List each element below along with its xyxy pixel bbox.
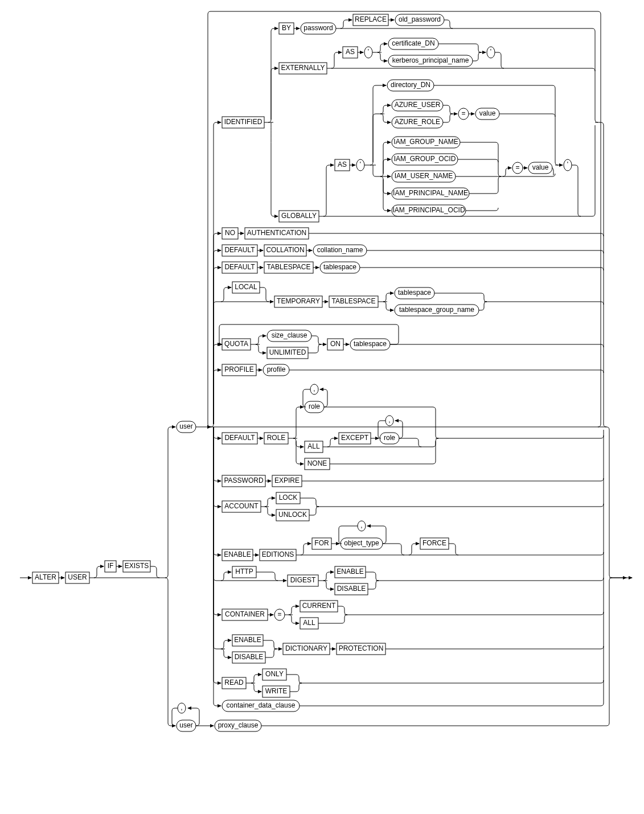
svg-text:ON: ON: [330, 340, 341, 348]
svg-text:IAM_GROUP_OCID: IAM_GROUP_OCID: [394, 155, 456, 163]
svg-text:TEMPORARY: TEMPORARY: [277, 297, 320, 305]
svg-text:READ: READ: [224, 679, 244, 686]
svg-text:tablespace: tablespace: [323, 263, 356, 271]
svg-text:EDITIONS: EDITIONS: [262, 550, 294, 558]
svg-text:IAM_USER_NAME: IAM_USER_NAME: [395, 172, 453, 180]
svg-text:FORCE: FORCE: [423, 539, 446, 547]
svg-text:WRITE: WRITE: [265, 687, 288, 695]
svg-text:container_data_clause: container_data_clause: [227, 701, 296, 709]
svg-text:EXISTS: EXISTS: [125, 562, 149, 570]
svg-text:,: ,: [388, 416, 390, 424]
svg-text:tablespace: tablespace: [354, 340, 387, 348]
svg-text:CURRENT: CURRENT: [302, 602, 336, 610]
svg-text:QUOTA: QUOTA: [224, 340, 248, 348]
svg-text:ENABLE: ENABLE: [224, 550, 251, 558]
svg-text:IAM_PRINCIPAL_NAME: IAM_PRINCIPAL_NAME: [393, 189, 468, 197]
svg-text:directory_DN: directory_DN: [391, 81, 430, 89]
svg-text:=: =: [515, 163, 519, 171]
svg-text:LOCAL: LOCAL: [235, 283, 257, 291]
svg-text:': ': [490, 48, 491, 56]
svg-text:DISABLE: DISABLE: [235, 653, 264, 661]
svg-text:IDENTIFIED: IDENTIFIED: [224, 118, 262, 126]
svg-text:user: user: [179, 422, 192, 430]
svg-text:PROTECTION: PROTECTION: [339, 644, 384, 652]
svg-text:role: role: [309, 402, 320, 410]
svg-text:AZURE_ROLE: AZURE_ROLE: [395, 118, 440, 126]
svg-text:': ': [368, 48, 369, 56]
svg-text:EXPIRE: EXPIRE: [274, 476, 300, 484]
svg-text:,: ,: [360, 521, 362, 529]
svg-text:size_clause: size_clause: [272, 331, 307, 339]
svg-text:EXCEPT: EXCEPT: [341, 434, 369, 442]
svg-text:ALTER: ALTER: [35, 573, 56, 581]
svg-text:tablespace: tablespace: [398, 289, 431, 297]
svg-text:NONE: NONE: [307, 459, 327, 467]
svg-text:TABLESPACE: TABLESPACE: [332, 297, 376, 305]
svg-text:IF: IF: [108, 562, 114, 570]
svg-text:tablespace_group_name: tablespace_group_name: [399, 306, 474, 314]
svg-text:CONTAINER: CONTAINER: [225, 610, 265, 618]
svg-text:LOCK: LOCK: [279, 494, 298, 501]
svg-text:REPLACE: REPLACE: [355, 15, 387, 23]
svg-text:IAM_GROUP_NAME: IAM_GROUP_NAME: [393, 138, 458, 146]
svg-text:IAM_PRINCIPAL_OCID: IAM_PRINCIPAL_OCID: [392, 206, 465, 214]
svg-text:GLOBALLY: GLOBALLY: [281, 212, 317, 220]
svg-text:old_password: old_password: [399, 15, 441, 23]
svg-text:ACCOUNT: ACCOUNT: [224, 502, 259, 510]
svg-text:password: password: [303, 24, 333, 32]
svg-text:ENABLE: ENABLE: [337, 568, 363, 575]
svg-text:ROLE: ROLE: [267, 434, 286, 442]
svg-text:=: =: [277, 610, 281, 618]
svg-text:DEFAULT: DEFAULT: [224, 246, 255, 254]
svg-text:value: value: [479, 109, 496, 117]
svg-text:NO: NO: [225, 229, 235, 237]
svg-text:': ': [567, 161, 568, 168]
svg-text:PROFILE: PROFILE: [224, 365, 253, 373]
svg-text:BY: BY: [282, 24, 291, 32]
svg-text:profile: profile: [267, 365, 286, 373]
svg-text:AS: AS: [338, 161, 347, 168]
svg-text:value: value: [532, 163, 549, 171]
svg-text:ENABLE: ENABLE: [234, 636, 261, 644]
svg-text:user: user: [179, 721, 192, 729]
svg-text:PASSWORD: PASSWORD: [224, 476, 263, 484]
svg-text:ALL: ALL: [303, 619, 315, 627]
svg-text:DIGEST: DIGEST: [290, 576, 316, 584]
svg-text:EXTERNALLY: EXTERNALLY: [281, 64, 325, 72]
svg-text:kerberos_principal_name: kerberos_principal_name: [392, 56, 469, 64]
svg-text:,: ,: [313, 385, 315, 393]
svg-text:FOR: FOR: [314, 539, 329, 547]
svg-text:': ': [360, 161, 361, 168]
svg-text:TABLESPACE: TABLESPACE: [267, 263, 311, 271]
svg-text:HTTP: HTTP: [235, 568, 253, 575]
svg-text:AS: AS: [346, 48, 355, 56]
svg-text:certificate_DN: certificate_DN: [392, 39, 434, 47]
svg-text:ALL: ALL: [307, 442, 320, 450]
svg-text:DICTIONARY: DICTIONARY: [285, 644, 327, 652]
svg-text:ONLY: ONLY: [265, 670, 284, 678]
svg-text:object_type: object_type: [344, 539, 379, 547]
svg-text:UNLIMITED: UNLIMITED: [269, 348, 306, 356]
svg-text:AUTHENTICATION: AUTHENTICATION: [247, 229, 306, 237]
svg-text:DEFAULT: DEFAULT: [224, 263, 255, 271]
svg-text:DISABLE: DISABLE: [337, 585, 366, 593]
svg-text:proxy_clause: proxy_clause: [218, 721, 259, 729]
svg-text:=: =: [461, 109, 465, 117]
svg-text:,: ,: [181, 704, 182, 712]
svg-text:role: role: [384, 434, 395, 442]
svg-text:DEFAULT: DEFAULT: [224, 434, 255, 442]
svg-text:UNLOCK: UNLOCK: [278, 511, 307, 519]
svg-text:AZURE_USER: AZURE_USER: [395, 101, 441, 109]
svg-text:COLLATION: COLLATION: [266, 246, 304, 254]
svg-text:collation_name: collation_name: [317, 246, 363, 254]
svg-text:USER: USER: [68, 573, 87, 581]
